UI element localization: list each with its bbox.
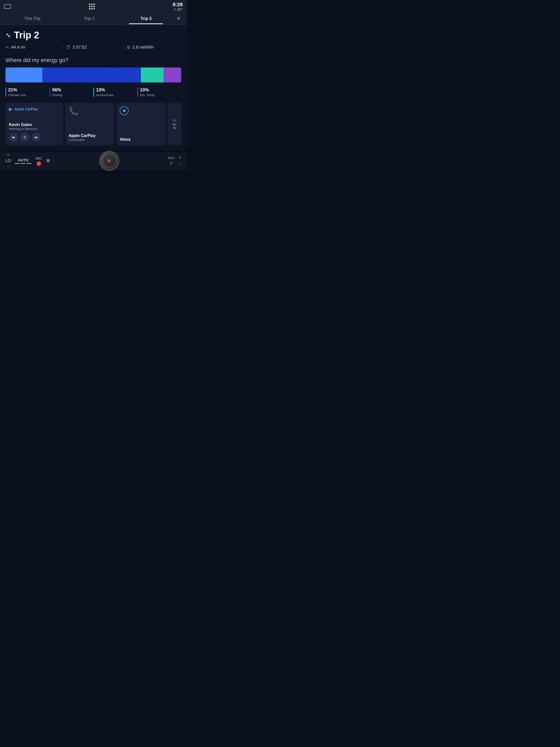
ac-label: A/C [35,156,42,160]
partial-line1: Fa [172,119,176,122]
alexa-card[interactable]: Alexa [116,103,165,145]
phone-icon: 📞 [69,106,111,116]
auto-section: AUTO [15,158,32,164]
exttemp-label: Ext. Temp. [140,93,155,97]
tab-trip1[interactable]: Trip 1 [61,13,117,24]
carplay-content: Kevin Gates Wishing In Morocco ⏮ II ⏭ [9,112,60,142]
accessories-pct: 13% [96,87,113,93]
legend-driving-text: 56% Driving [52,87,62,97]
right-labels: MAX R [168,156,175,165]
playback-controls: ⏮ II ⏭ [9,133,60,142]
prev-button[interactable]: ⏮ [9,133,18,142]
driving-pct: 56% [52,87,62,93]
status-left [4,4,11,9]
left-temp-control: + LO − [5,152,11,169]
tab-this-trip[interactable]: This Trip [4,13,61,24]
legend-exttemp-text: 10% Ext. Temp. [140,87,155,97]
left-temp-plus[interactable]: + [7,152,9,158]
pause-button[interactable]: II [20,133,29,142]
phone-content: Apple CarPlay Connected [69,116,111,142]
connected-title: Apple CarPlay [69,133,111,138]
cards-row: ▶ Apple CarPlay Kevin Gates Wishing In M… [5,103,181,145]
efficiency-value: 1.8 mi/kWh [132,45,154,50]
carplay-card[interactable]: ▶ Apple CarPlay Kevin Gates Wishing In M… [5,103,63,145]
temperature-display: 80° [178,7,183,12]
trip-icon: ∿ [5,31,11,39]
time-display: 8:28 [173,1,183,7]
max-label: MAX [168,156,175,160]
legend-climate: 21% Climate Use [5,87,50,97]
climate-pct: 21% [8,87,26,93]
lo-label: LO [5,159,11,163]
stats-row: ∿ 44.4 mi ⏱ 2:37:52 ⊘ 1.8 mi/kWh [5,45,181,50]
partial-card[interactable]: Fa Au Te [167,103,181,145]
energy-legend: 21% Climate Use 56% Driving 13% Accessor… [5,87,181,97]
track-subtitle: Wishing In Morocco [9,127,60,131]
ac-section: A/C [35,156,42,166]
status-bar: 8:28 ↑4 80° [0,0,187,12]
carplay-header: ▶ Apple CarPlay [9,106,60,112]
right-temp-plus[interactable]: + [179,155,181,160]
climate-knob[interactable] [99,151,119,171]
right-controls: + − [179,155,181,166]
time-value: 2:37:52 [73,45,87,50]
alexa-content: Alexa [120,115,162,142]
knob-power-indicator [108,160,110,162]
legend-climate-text: 21% Climate Use [8,87,26,97]
stat-distance: ∿ 44.4 mi [5,45,60,50]
main-content: ∿ Trip 2 ∿ 44.4 mi ⏱ 2:37:52 ⊘ 1.8 mi/kW… [0,25,187,150]
right-temp-minus[interactable]: − [179,161,181,166]
climate-label: Climate Use [8,93,26,97]
bottom-controls: + LO − AUTO A/C ❄ MAX R + − [0,152,187,170]
status-right: 8:28 ↑4 80° [173,1,183,12]
trip-header: ∿ Trip 2 [5,30,181,41]
distance-icon: ∿ [5,45,9,50]
alexa-circle-icon [120,106,129,115]
tab-bar: This Trip Trip 1 Trip 2 ✕ [0,12,187,25]
next-button[interactable]: ⏭ [32,133,41,142]
close-button[interactable]: ✕ [175,16,183,21]
exttemp-pct: 10% [140,87,155,93]
bar-driving [42,68,141,82]
alexa-label: Alexa [120,137,162,142]
trip-title: Trip 2 [14,30,39,41]
connected-subtitle: Connected [69,138,111,142]
auto-label: AUTO [18,158,28,162]
partial-line2: Au [172,122,177,126]
track-title: Kevin Gates [9,123,60,127]
legend-accessories: 13% Accessories [93,87,137,97]
distance-value: 44.4 mi [11,45,25,50]
rear-label: R [170,162,172,165]
knob-inner [103,155,115,167]
phone-card[interactable]: 📞 Apple CarPlay Connected [65,103,114,145]
left-temp-minus[interactable]: − [7,164,9,169]
bar-climate [5,68,42,82]
grid-icon [89,3,95,9]
time-icon: ⏱ [66,45,71,50]
stat-efficiency: ⊘ 1.8 mi/kWh [127,45,181,50]
status-center [89,3,95,9]
bar-accessories [141,68,164,82]
stat-time: ⏱ 2:37:52 [66,45,121,50]
legend-driving: 56% Driving [50,87,94,97]
efficiency-icon: ⊘ [127,45,130,50]
energy-bar [5,68,181,82]
partial-line3: Te [173,126,176,130]
signal-icon: ↑4 [173,8,176,11]
legend-accessories-text: 13% Accessories [96,87,113,97]
carplay-title: Apple CarPlay [15,107,38,111]
energy-question: Where did my energy go? [5,57,181,63]
legend-exttemp: 10% Ext. Temp. [137,87,182,97]
carplay-play-icon: ▶ [9,106,12,112]
fan-icon[interactable]: ❄ [46,158,50,164]
driving-label: Driving [52,93,62,97]
bar-exttemp [163,68,181,82]
car-icon [4,4,11,9]
tab-trip2[interactable]: Trip 2 [118,13,175,24]
accessories-label: Accessories [96,93,113,97]
